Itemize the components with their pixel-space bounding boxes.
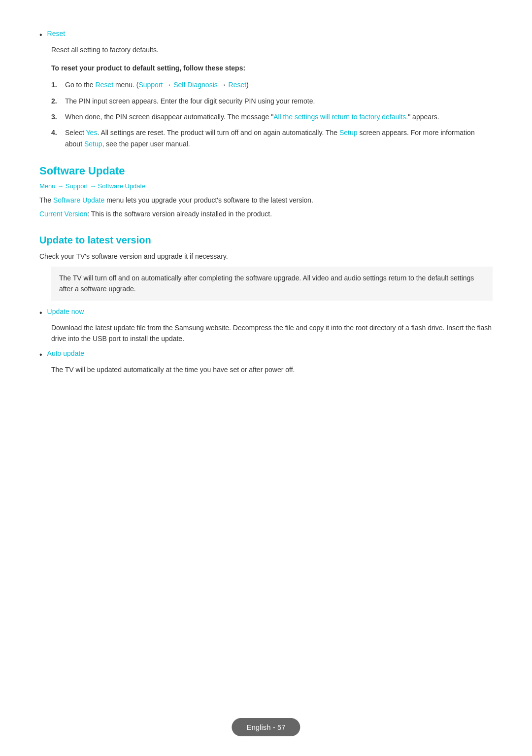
update-now-content: Update now <box>47 308 493 315</box>
software-update-menu-link[interactable]: Software Update <box>98 182 146 190</box>
update-note-box: The TV will turn off and on automaticall… <box>51 267 493 301</box>
auto-update-desc: The TV will be updated automatically at … <box>51 364 493 375</box>
update-latest-heading: Update to latest version <box>39 235 493 246</box>
step-2-number: 2. <box>51 96 65 106</box>
current-version-desc: Current Version: This is the software ve… <box>39 208 493 219</box>
bold-instruction: To reset your product to default setting… <box>51 63 493 73</box>
step-4-text: Select Yes. All settings are reset. The … <box>65 127 493 149</box>
update-now-dot: • <box>39 308 42 318</box>
current-version-link[interactable]: Current Version <box>39 210 87 218</box>
auto-update-link[interactable]: Auto update <box>47 349 85 357</box>
step-1-number: 1. <box>51 79 65 90</box>
reset-description: Reset all setting to factory defaults. <box>51 44 493 55</box>
step4-setup-link[interactable]: Setup <box>339 129 358 137</box>
step1-support-link[interactable]: Support <box>138 81 163 89</box>
step-1-text: Go to the Reset menu. (Support → Self Di… <box>65 79 493 90</box>
step-4-number: 4. <box>51 127 65 138</box>
bullet-dot: • <box>39 30 42 40</box>
step3-factory-link[interactable]: All the settings will return to factory … <box>273 113 408 121</box>
step4-yes-link[interactable]: Yes <box>86 129 98 137</box>
page-footer: English - 57 <box>232 718 300 736</box>
software-update-heading: Software Update <box>39 164 493 178</box>
step4-setup2-link[interactable]: Setup <box>84 140 102 148</box>
footer-text: English - 57 <box>246 723 285 731</box>
update-note-text: The TV will turn off and on automaticall… <box>59 274 474 293</box>
step-2-text: The PIN input screen appears. Enter the … <box>65 96 493 106</box>
step1-selfdiag-link[interactable]: Self Diagnosis <box>173 81 218 89</box>
update-latest-intro: Check your TV's software version and upg… <box>39 251 493 262</box>
auto-update-bullet: • Auto update <box>39 349 493 360</box>
update-now-desc: Download the latest update file from the… <box>51 322 493 344</box>
step1-reset-link[interactable]: Reset <box>95 81 113 89</box>
menu-path: Menu → Support → Software Update <box>39 182 493 190</box>
auto-update-content: Auto update <box>47 349 493 357</box>
update-now-bullet: • Update now <box>39 308 493 318</box>
step-2: 2. The PIN input screen appears. Enter t… <box>51 96 493 106</box>
auto-update-dot: • <box>39 349 42 360</box>
step-3-text: When done, the PIN screen disappear auto… <box>65 111 493 122</box>
step1-reset2-link[interactable]: Reset <box>229 81 247 89</box>
numbered-steps: 1. Go to the Reset menu. (Support → Self… <box>51 79 493 149</box>
step-4: 4. Select Yes. All settings are reset. T… <box>51 127 493 149</box>
arrow2: → <box>90 182 98 190</box>
step-3: 3. When done, the PIN screen disappear a… <box>51 111 493 122</box>
menu-link[interactable]: Menu <box>39 182 56 190</box>
step-3-number: 3. <box>51 111 65 122</box>
support-link[interactable]: Support <box>66 182 88 190</box>
arrow1: → <box>57 182 66 190</box>
software-update-desc: The Software Update menu lets you upgrad… <box>39 195 493 206</box>
step-1: 1. Go to the Reset menu. (Support → Self… <box>51 79 493 90</box>
update-now-link[interactable]: Update now <box>47 308 84 315</box>
page-content: • Reset Reset all setting to factory def… <box>0 0 532 430</box>
reset-link[interactable]: Reset <box>47 30 66 37</box>
software-update-inline-link[interactable]: Software Update <box>53 196 104 204</box>
reset-bullet-item: • Reset <box>39 30 493 40</box>
